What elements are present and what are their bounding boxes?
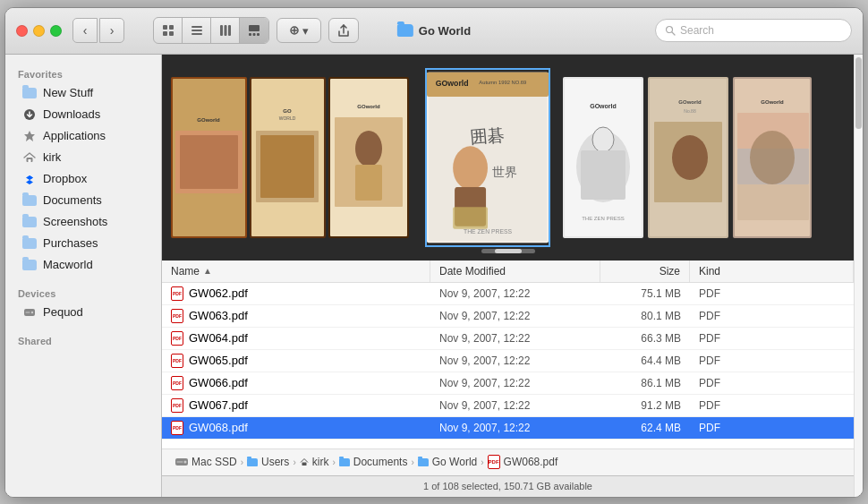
preview-scrollbar[interactable]: [481, 249, 535, 253]
pdf-icon: PDF: [171, 421, 183, 435]
svg-rect-8: [224, 25, 226, 36]
traffic-lights: [16, 25, 62, 37]
table-row[interactable]: PDF GW065.pdf Nov 9, 2007, 12:22 64.4 MB…: [162, 350, 854, 372]
forward-button[interactable]: ›: [99, 18, 124, 43]
col-header-name[interactable]: Name ▲: [162, 261, 430, 282]
preview-collage-right[interactable]: GOworld THE ZEN PRESS GOworld No.88: [563, 68, 813, 247]
bc-sep: ›: [481, 457, 483, 467]
file-name: GW062.pdf: [189, 286, 248, 300]
sidebar-item-new-stuff[interactable]: New Stuff: [10, 83, 157, 103]
sidebar-item-kirk[interactable]: kirk: [10, 148, 157, 167]
shared-label: Shared: [5, 330, 161, 349]
table-row[interactable]: PDF GW068.pdf Nov 9, 2007, 12:22 62.4 MB…: [162, 417, 854, 440]
home-icon: [22, 150, 37, 165]
file-name-cell: PDF GW062.pdf: [162, 283, 430, 304]
back-button[interactable]: ‹: [72, 18, 98, 43]
svg-rect-0: [163, 25, 167, 30]
share-button[interactable]: [328, 18, 359, 43]
sort-arrow: ▲: [203, 266, 212, 276]
sidebar-item-macworld[interactable]: Macworld: [10, 255, 157, 275]
sidebar-item-applications[interactable]: Applications: [10, 126, 157, 146]
svg-text:WORLD: WORLD: [279, 115, 296, 121]
bc-sep: ›: [411, 457, 413, 467]
sidebar-item-label: Screenshots: [43, 215, 107, 228]
sidebar-item-label: Applications: [43, 129, 106, 142]
bc-sep: ›: [293, 457, 295, 467]
file-kind-cell: PDF: [690, 396, 854, 415]
file-kind-cell: PDF: [690, 306, 854, 326]
svg-point-65: [672, 135, 708, 180]
col-kind-label: Kind: [699, 265, 720, 278]
pdf-icon: PDF: [171, 376, 183, 390]
sidebar-item-purchases[interactable]: Purchases: [10, 234, 157, 253]
svg-rect-4: [191, 26, 202, 28]
file-name: GW063.pdf: [189, 309, 248, 322]
gallery-view-button[interactable]: [240, 18, 268, 43]
table-row[interactable]: PDF GW067.pdf Nov 9, 2007, 12:22 91.2 MB…: [162, 395, 854, 417]
folder-icon: [22, 86, 37, 100]
action-button[interactable]: ▾: [277, 18, 321, 43]
svg-point-17: [667, 27, 673, 33]
svg-rect-71: [737, 184, 809, 220]
sidebar-item-label: Pequod: [43, 305, 83, 319]
preview-collage-left[interactable]: GOworld GO WORLD GOworld: [171, 68, 413, 247]
file-size-cell: 66.3 MB: [600, 329, 690, 348]
file-name-cell: PDF GW064.pdf: [162, 328, 430, 349]
home-icon: [300, 457, 309, 466]
search-box[interactable]: Search: [655, 19, 852, 42]
nav-buttons: ‹ ›: [72, 18, 124, 43]
scrollbar-right[interactable]: [854, 55, 863, 497]
svg-point-40: [355, 131, 382, 167]
svg-text:GOworld: GOworld: [761, 99, 784, 105]
table-row[interactable]: PDF GW066.pdf Nov 9, 2007, 12:22 86.1 MB…: [162, 372, 854, 395]
breadcrumb-mac-ssd[interactable]: Mac SSD: [175, 456, 237, 468]
table-row[interactable]: PDF GW064.pdf Nov 9, 2007, 12:22 66.3 MB…: [162, 328, 854, 350]
applications-icon: [22, 129, 37, 143]
file-name-cell: PDF GW067.pdf: [162, 395, 430, 416]
favorites-label: Favorites: [5, 64, 161, 82]
sidebar-item-screenshots[interactable]: Screenshots: [10, 212, 157, 232]
svg-rect-13: [257, 33, 260, 36]
folder-icon: [247, 458, 258, 466]
breadcrumb-go-world[interactable]: Go World: [418, 456, 477, 468]
col-header-size[interactable]: Size: [600, 261, 690, 282]
col-date-label: Date Modified: [439, 265, 506, 278]
svg-rect-51: [453, 207, 488, 228]
breadcrumb-gw068[interactable]: PDF GW068.pdf: [488, 455, 558, 469]
titlebar: ‹ › Go World: [5, 8, 863, 55]
svg-text:GOworld: GOworld: [357, 104, 380, 109]
col-header-date[interactable]: Date Modified: [430, 261, 600, 282]
file-name-cell: PDF GW068.pdf: [162, 417, 430, 439]
toolbar: ▾: [153, 17, 359, 44]
pdf-icon: PDF: [171, 398, 183, 413]
sidebar-item-documents[interactable]: Documents: [10, 191, 157, 210]
file-kind-cell: PDF: [690, 351, 854, 371]
svg-text:No.88: No.88: [684, 108, 696, 114]
bc-sep: ›: [241, 457, 243, 467]
breadcrumb-users[interactable]: Users: [247, 456, 289, 468]
folder-icon: [22, 215, 37, 229]
downloads-icon: [22, 107, 37, 122]
svg-line-18: [672, 32, 675, 35]
column-view-button[interactable]: [211, 18, 240, 43]
close-button[interactable]: [16, 25, 28, 37]
col-header-kind[interactable]: Kind: [690, 261, 854, 282]
file-size-cell: 86.1 MB: [600, 373, 690, 393]
sidebar-item-downloads[interactable]: Downloads: [10, 105, 157, 124]
svg-text:囲碁: 囲碁: [470, 124, 506, 146]
file-kind-cell: PDF: [690, 284, 854, 303]
table-row[interactable]: PDF GW063.pdf Nov 9, 2007, 12:22 80.1 MB…: [162, 305, 854, 328]
file-size-cell: 62.4 MB: [600, 418, 690, 438]
minimize-button[interactable]: [33, 25, 45, 37]
sidebar-item-dropbox[interactable]: Dropbox: [10, 169, 157, 189]
maximize-button[interactable]: [50, 25, 62, 37]
sidebar-item-label: Documents: [43, 193, 102, 207]
sidebar-item-pequod[interactable]: Pequod: [10, 303, 157, 322]
icon-view-button[interactable]: [154, 18, 183, 43]
breadcrumb-kirk[interactable]: kirk: [300, 456, 329, 468]
table-row[interactable]: PDF GW062.pdf Nov 9, 2007, 12:22 75.1 MB…: [162, 283, 854, 305]
preview-selected-item[interactable]: GOworld Autumn 1992 NO.69 囲碁 世界 THE ZEN …: [425, 68, 550, 247]
file-name: GW066.pdf: [189, 376, 248, 389]
breadcrumb-documents[interactable]: Documents: [339, 456, 408, 468]
list-view-button[interactable]: [183, 18, 211, 43]
